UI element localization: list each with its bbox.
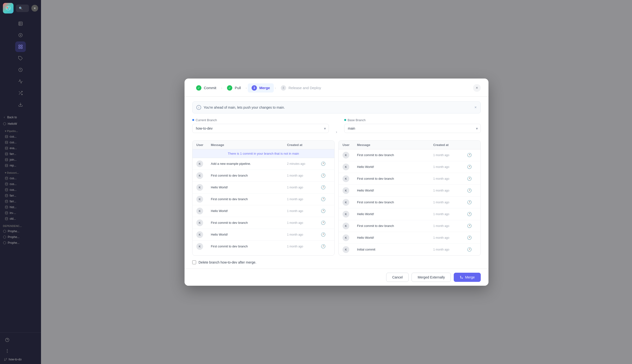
sidebar-icon-help[interactable] (2, 334, 13, 345)
info-banner-close[interactable]: × (475, 105, 477, 110)
table-row: K Hello World! 1 month ago 🕐 (339, 208, 481, 220)
app-logo (3, 3, 14, 14)
table-row: K First commit to dev branch 1 month ago… (192, 217, 334, 229)
commit-time: 1 month ago (287, 209, 321, 213)
sidebar-dataset-d1[interactable]: cus... (2, 176, 41, 181)
base-branch-dot (344, 119, 346, 121)
commit-message: Hello World! (211, 186, 287, 189)
sidebar-icon-shuffle[interactable] (15, 88, 26, 98)
current-branch-select[interactable]: how-to-dev main develop (192, 124, 329, 133)
sidebar-icon-activity[interactable] (15, 76, 26, 87)
commit-time: 1 month ago (433, 177, 467, 180)
commit-message: First commit to dev branch (357, 224, 433, 228)
sidebar-pipeline-p3[interactable]: exa... (2, 145, 41, 151)
clock-icon: 🕐 (321, 220, 330, 225)
delete-branch-checkbox[interactable] (192, 260, 196, 264)
search-button[interactable]: 🔍 (16, 4, 29, 12)
commit-time: 1 month ago (433, 236, 467, 240)
sidebar-dataset-d2[interactable]: cus... (2, 181, 41, 187)
current-branch-select-wrapper: how-to-dev main develop ▾ (192, 124, 329, 133)
commit-message: First commit to dev branch (211, 174, 287, 177)
base-branch-table: User Message Created at K First commit t… (338, 140, 481, 256)
table-row: K First commit to dev branch 1 month ago… (339, 173, 481, 185)
sidebar-icon-download[interactable] (15, 99, 26, 110)
svg-rect-4 (19, 22, 23, 26)
sidebar-icon-more[interactable] (2, 346, 13, 356)
svg-rect-21 (5, 136, 8, 138)
commit-time: 1 month ago (433, 248, 467, 251)
back-label: Back to (7, 116, 17, 119)
step-merge[interactable]: 3 Merge (248, 83, 274, 92)
base-commits-list: K First commit to dev branch 1 month ago… (339, 149, 481, 255)
sidebar-dataset-d6[interactable]: hist... (2, 204, 41, 210)
sidebar-dataset-d3[interactable]: cus... (2, 187, 41, 193)
sidebar-icon-grid[interactable] (15, 42, 26, 52)
pipeline-icon (5, 141, 8, 144)
pipeline-icon (5, 135, 8, 138)
merge-icon (460, 276, 463, 279)
sidebar-project[interactable]: HelloW (0, 121, 41, 127)
sidebar-dep-dep3[interactable]: Prophe... (0, 240, 41, 246)
back-link[interactable]: Back to (0, 114, 41, 121)
cancel-button[interactable]: Cancel (386, 273, 409, 282)
step-commit[interactable]: ✓ Commit (192, 83, 220, 92)
sidebar-dep-dep1[interactable]: Prophe... (0, 228, 41, 234)
close-modal-button[interactable]: × (31, 5, 38, 12)
sidebar-dataset-d4[interactable]: farr... (2, 193, 41, 198)
sidebar-pipeline-p5[interactable]: join... (2, 157, 41, 162)
sidebar-icon-clock[interactable] (15, 64, 26, 75)
step-release[interactable]: 4 Release and Deploy (277, 83, 325, 92)
sidebar-dataset-d5[interactable]: farr... (2, 198, 41, 204)
current-branch-dot (192, 119, 194, 121)
commit-message: Hello World! (211, 233, 287, 236)
info-icon: i (196, 105, 201, 110)
project-label: HelloW (8, 122, 17, 126)
clock-icon: 🕐 (467, 200, 477, 204)
clock-icon: 🕐 (467, 247, 477, 252)
package-dep-icon (3, 241, 6, 244)
sidebar-dataset-d8[interactable]: old... (2, 216, 41, 222)
commit-avatar: K (196, 196, 203, 202)
sidebar-icon-layers[interactable] (15, 18, 26, 29)
sidebar-pipeline-p2[interactable]: cus... (2, 140, 41, 145)
modal-close-button[interactable]: × (473, 84, 481, 92)
base-branch-select[interactable]: main develop staging (344, 124, 481, 133)
table-row: K Add a new example pipeline. 2 minutes … (192, 158, 334, 170)
commit-message: First commit to dev branch (357, 153, 433, 157)
merge-button[interactable]: Merge (454, 273, 481, 282)
branch-selectors-row: Current Branch how-to-dev main develop ▾… (192, 118, 481, 136)
commit-avatar: K (196, 220, 203, 226)
svg-point-2 (9, 7, 10, 8)
package-dep-icon (3, 230, 6, 233)
sidebar-dataset-d7[interactable]: irs-... (2, 210, 41, 216)
commit-message: First commit to dev branch (211, 244, 287, 248)
merge-button-label: Merge (465, 275, 475, 279)
sidebar-branch-item[interactable]: how-to-do (2, 357, 39, 362)
svg-point-51 (7, 352, 8, 353)
modal-footer: Cancel Merged Externally Merge (184, 268, 489, 286)
sidebar-pipeline-p1[interactable]: cus... (2, 134, 41, 140)
sidebar-pipeline-p6[interactable]: rep... (2, 162, 41, 168)
sidebar-pipeline-p4[interactable]: farr... (2, 151, 41, 157)
delete-branch-row: Delete branch how-to-dev after merge. (192, 260, 481, 264)
dataset-icon (5, 182, 8, 186)
sidebar-dep-dep2[interactable]: Prophe... (0, 234, 41, 240)
commit-message: First commit to dev branch (211, 197, 287, 201)
svg-rect-11 (19, 45, 20, 46)
sidebar-icon-tag[interactable] (15, 53, 26, 64)
sidebar-header: 🔍 × (0, 0, 41, 16)
dataset-icon (5, 194, 8, 197)
commit-message: First commit to dev branch (357, 177, 433, 180)
commit-message: Add a new example pipeline. (211, 162, 287, 166)
git-branch-icon (4, 358, 7, 361)
commit-avatar: K (343, 164, 349, 170)
dataset-icon (5, 211, 8, 215)
commit-message: Initial commit (357, 248, 433, 251)
commit-message: Hello World! (211, 209, 287, 213)
svg-rect-36 (5, 164, 8, 167)
sidebar-nav (0, 16, 41, 112)
commit-avatar: K (343, 176, 349, 182)
step-pull[interactable]: ✓ Pull (223, 83, 245, 92)
sidebar-icon-plus[interactable] (15, 30, 26, 40)
merged-externally-button[interactable]: Merged Externally (411, 273, 451, 282)
